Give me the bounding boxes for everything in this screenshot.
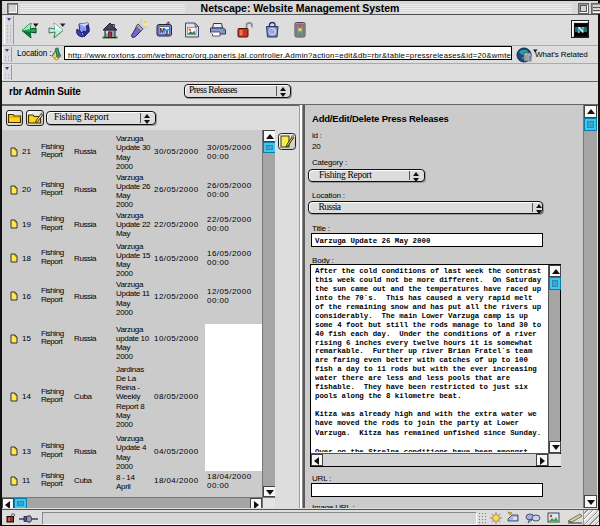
svg-text:@: @ xyxy=(270,28,277,35)
svg-text:My: My xyxy=(160,27,169,35)
